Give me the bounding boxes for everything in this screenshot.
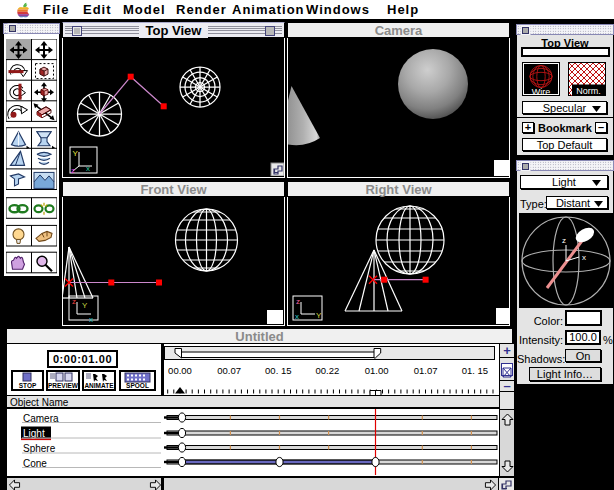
svg-text:z: z: [562, 236, 566, 245]
svg-text:z: z: [72, 297, 76, 306]
svg-text:01.00: 01.00: [365, 365, 389, 376]
svg-text:x: x: [89, 315, 93, 324]
svg-text:01.07: 01.07: [414, 365, 438, 376]
svg-text:Wire: Wire: [532, 87, 551, 97]
svg-text:00.22: 00.22: [316, 365, 340, 376]
svg-text:Y: Y: [73, 149, 79, 158]
svg-text:00. 15: 00. 15: [265, 365, 291, 376]
svg-text:x: x: [295, 312, 299, 321]
svg-text:Y: Y: [82, 301, 88, 310]
svg-text:ANIMATE: ANIMATE: [84, 382, 114, 389]
svg-text:SPOOL: SPOOL: [126, 382, 149, 389]
svg-text:x: x: [582, 253, 586, 262]
svg-text:PREVIEW: PREVIEW: [48, 382, 78, 389]
svg-text:00.07: 00.07: [217, 365, 241, 376]
svg-text:Light: Light: [23, 428, 45, 439]
svg-text:Sphere: Sphere: [23, 443, 56, 454]
svg-text:z: z: [296, 297, 300, 306]
svg-text:Norm.: Norm.: [576, 86, 601, 96]
svg-text:01. 15: 01. 15: [462, 365, 488, 376]
svg-text:Camera: Camera: [23, 413, 59, 424]
svg-text:z: z: [71, 166, 75, 175]
svg-text:Y: Y: [316, 311, 322, 320]
svg-text:00.00: 00.00: [168, 365, 192, 376]
svg-text:STOP: STOP: [19, 382, 37, 389]
svg-text:x: x: [86, 164, 90, 173]
